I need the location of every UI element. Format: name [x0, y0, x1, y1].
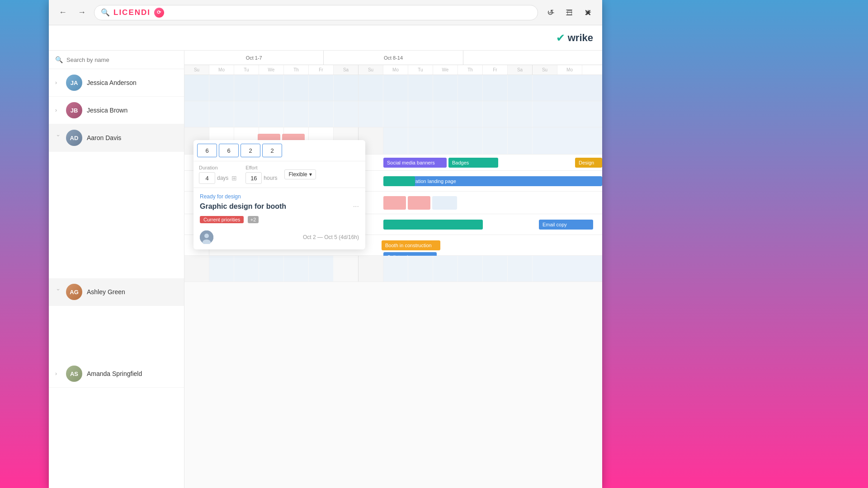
- gantt-row-amanda: [184, 256, 602, 282]
- avatar-ashley-green: AG: [66, 284, 82, 300]
- gantt-cell: [533, 127, 602, 154]
- gantt-cell: [508, 127, 533, 154]
- back-button[interactable]: ←: [56, 6, 70, 19]
- avatar-amanda-springfield: AS: [66, 366, 82, 382]
- person-list: › JA Jessica Anderson › JB Jessica Brown…: [49, 69, 184, 488]
- right-gradient: [602, 0, 868, 488]
- chevron-down-icon: ›: [55, 135, 61, 141]
- sidebar-item-amanda-springfield[interactable]: › AS Amanda Springfield: [49, 360, 184, 388]
- effort-label: Effort: [245, 165, 277, 170]
- sidebar-item-aaron-davis[interactable]: › AD Aaron Davis: [49, 124, 184, 152]
- avatar-jessica-anderson: JA: [66, 75, 82, 91]
- person-name-jessica-anderson: Jessica Anderson: [87, 79, 137, 86]
- day-su2: Su: [359, 65, 383, 75]
- gantt-cell: [458, 101, 483, 127]
- task-numbers-row: 6 6 2 2: [193, 140, 365, 161]
- gantt-cell: [209, 256, 234, 282]
- sidebar-item-ashley-green[interactable]: › AG Ashley Green: [49, 278, 184, 306]
- gantt-cell: [508, 75, 533, 101]
- pink-block-ashley-1: [383, 196, 406, 210]
- duration-value[interactable]: 4: [199, 172, 215, 184]
- ready-tag: Ready for design: [200, 193, 359, 200]
- ashley-expanded-spacer: [49, 306, 184, 360]
- flexible-select[interactable]: Flexible ▾: [284, 169, 316, 179]
- gantt-cell: [433, 127, 458, 154]
- gantt-cell: [309, 75, 334, 101]
- gantt-cell: [209, 75, 234, 101]
- person-name-jessica-brown: Jessica Brown: [87, 107, 127, 114]
- gantt-cell: [259, 101, 284, 127]
- chevron-down-icon-ashley: ›: [55, 289, 61, 295]
- gantt-cell: [334, 101, 359, 127]
- close-button[interactable]: ✕: [580, 5, 595, 20]
- maximize-button[interactable]: □: [562, 5, 577, 20]
- gantt-cell: [483, 127, 508, 154]
- task-num-4: 2: [262, 144, 282, 157]
- sidebar: 🔍 › JA Jessica Anderson › JB Jessi: [49, 51, 184, 488]
- task-bar-social-media[interactable]: Social media banners: [383, 158, 447, 168]
- gantt-day-headers: Su Mo Tu We Th Fr Sa Su Mo Tu We Th Fr: [184, 65, 602, 75]
- task-dots[interactable]: ···: [353, 202, 359, 211]
- effort-value[interactable]: 16: [245, 172, 262, 184]
- gantt-cell: [234, 75, 259, 101]
- task-assignee-avatar: [200, 230, 213, 244]
- gantt-cell: [383, 75, 408, 101]
- browser-window: ← → 🔍 LICENDI ⟳ ↺ ☰ ★ ─ □ ✕ ✔ wrike: [49, 0, 602, 488]
- browser-titlebar: ← → 🔍 LICENDI ⟳ ↺ ☰ ★ ─ □ ✕: [49, 0, 602, 25]
- gantt-cell: [533, 75, 602, 101]
- minimize-button[interactable]: ─: [544, 5, 559, 20]
- duration-section: Duration 4 days ⊞: [199, 165, 238, 184]
- day-th1: Th: [284, 65, 309, 75]
- chevron-right-icon: ›: [55, 107, 61, 113]
- day-mo3: Mo: [557, 65, 582, 75]
- sidebar-search-icon: 🔍: [55, 56, 63, 63]
- effort-section: Effort 16 hours: [245, 165, 277, 184]
- duration-unit: days: [217, 175, 228, 181]
- wrike-header: ✔ wrike: [49, 25, 602, 51]
- gantt-cell: [284, 75, 309, 101]
- person-name-amanda-springfield: Amanda Springfield: [87, 370, 142, 377]
- task-bar-registration[interactable]: Registration landing page: [396, 176, 602, 186]
- forward-button[interactable]: →: [75, 6, 89, 19]
- gantt-cell: [309, 101, 334, 127]
- gantt-cell: [359, 101, 383, 127]
- task-date: Oct 2 — Oct 5 (4d/16h): [303, 234, 359, 240]
- gantt-cell: [284, 256, 309, 282]
- task-bar-booth-construction[interactable]: Booth in construction: [382, 240, 440, 250]
- task-bar-email-copy[interactable]: Email copy: [539, 220, 593, 230]
- priority-tag-plus: +2: [248, 216, 259, 223]
- priority-tag[interactable]: Current priorities: [200, 216, 244, 223]
- gantt-cell: [383, 256, 408, 282]
- window-controls: ─ □ ✕: [544, 5, 595, 20]
- gantt-cell: [359, 75, 383, 101]
- popup-card: 6 6 2 2 Duration 4 days ⊞: [193, 140, 365, 249]
- search-icon: 🔍: [101, 8, 110, 17]
- task-bar-booth-construction-label: Booth in construction: [385, 243, 432, 248]
- address-bar[interactable]: 🔍 LICENDI ⟳: [94, 5, 538, 20]
- gantt-cell: [383, 101, 408, 127]
- gantt-cell: [284, 101, 309, 127]
- sidebar-item-jessica-brown[interactable]: › JB Jessica Brown: [49, 97, 184, 124]
- day-su3: Su: [533, 65, 557, 75]
- gantt-cell: [184, 256, 209, 282]
- gantt-cell: [458, 256, 483, 282]
- task-bar-social-media-label: Social media banners: [387, 160, 435, 165]
- day-we1: We: [259, 65, 284, 75]
- day-we2: We: [433, 65, 458, 75]
- effort-input: 16 hours: [245, 172, 277, 184]
- gantt-cell: [433, 75, 458, 101]
- flexible-label: Flexible: [288, 171, 307, 178]
- task-bar-badges-label: Badges: [452, 160, 469, 165]
- week-header-oct8: Oct 8-14: [324, 51, 463, 65]
- task-bar-badges[interactable]: Badges: [448, 158, 498, 168]
- sidebar-item-jessica-anderson[interactable]: › JA Jessica Anderson: [49, 69, 184, 97]
- gantt-cell: [359, 256, 383, 282]
- task-bar-design[interactable]: Design: [575, 158, 602, 168]
- gantt-cell: [433, 256, 458, 282]
- day-mo1: Mo: [209, 65, 234, 75]
- search-input[interactable]: [66, 56, 178, 63]
- day-mo2: Mo: [383, 65, 408, 75]
- chevron-right-icon: ›: [55, 80, 61, 86]
- task-bar-design-label: Design: [579, 160, 594, 165]
- gantt-area[interactable]: Oct 1-7 Oct 8-14 Su Mo Tu We Th Fr Sa: [184, 51, 602, 488]
